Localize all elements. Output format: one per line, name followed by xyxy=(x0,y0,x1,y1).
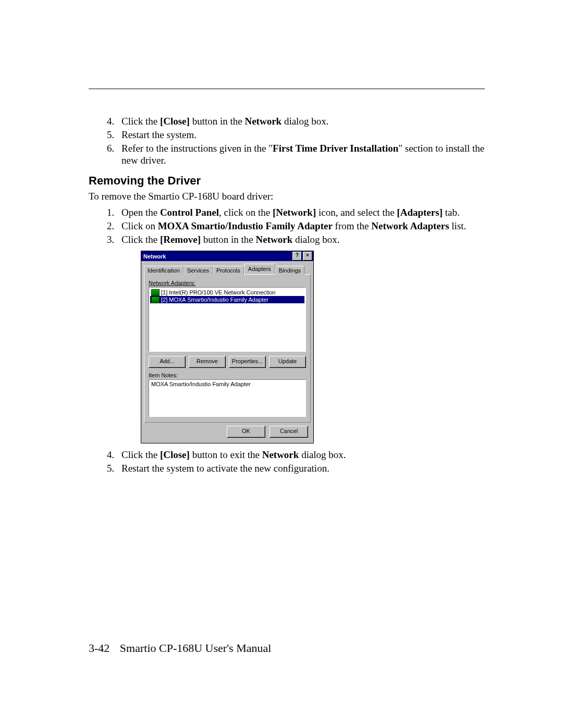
list-item: 6.Refer to the instructions given in the… xyxy=(107,142,485,167)
remove-button[interactable]: Remove xyxy=(189,356,226,368)
steps-top: 4.Click the [Close] button in the Networ… xyxy=(107,115,485,167)
steps-bottom: 4.Click the [Close] button to exit the N… xyxy=(107,449,485,475)
cancel-button[interactable]: Cancel xyxy=(270,426,308,438)
list-number: 6. xyxy=(107,142,121,167)
tab-bindings[interactable]: Bindings xyxy=(275,266,304,275)
page-number: 3-42 xyxy=(89,641,109,655)
list-number: 5. xyxy=(107,462,121,475)
tab-strip: Identification Services Protocols Adapte… xyxy=(144,264,311,274)
item-notes-box: MOXA Smartio/Industio Family Adapter xyxy=(149,379,306,417)
tab-identification[interactable]: Identification xyxy=(144,266,183,275)
dialog-bottom-buttons: OK Cancel xyxy=(141,426,313,443)
page-footer: 3-42 Smartio CP-168U User's Manual xyxy=(89,641,271,655)
dialog-title: Network xyxy=(143,253,292,260)
list-text: Refer to the instructions given in the "… xyxy=(121,142,485,167)
tab-services[interactable]: Services xyxy=(183,266,213,275)
list-item: 5.Restart the system. xyxy=(107,129,485,141)
steps-mid: 1.Open the Control Panel, click on the [… xyxy=(107,206,485,245)
list-number: 5. xyxy=(107,129,121,141)
list-number: 1. xyxy=(107,206,121,219)
list-text: Restart the system. xyxy=(121,129,485,141)
manual-title: Smartio CP-168U User's Manual xyxy=(120,641,272,655)
list-item: 4.Click the [Close] button in the Networ… xyxy=(107,115,485,128)
intro-text: To remove the Smartio CP-168U board driv… xyxy=(89,191,485,202)
help-icon[interactable]: ? xyxy=(292,252,302,261)
list-number: 3. xyxy=(107,233,121,246)
list-text: Click the [Remove] button in the Network… xyxy=(121,233,485,246)
adapter-text: [2] MOXA Smartio/Industio Family Adapter xyxy=(161,296,268,303)
adapter-item-selected[interactable]: [2] MOXA Smartio/Industio Family Adapter xyxy=(150,296,304,303)
close-icon[interactable]: × xyxy=(303,252,312,261)
manual-page: 4.Click the [Close] button in the Networ… xyxy=(0,0,563,728)
button-row: Add... Remove Properties... Update xyxy=(149,356,306,368)
update-button[interactable]: Update xyxy=(269,356,306,368)
tab-panel: Network Adapters: [1] Intel(R) PRO/100 V… xyxy=(144,274,311,423)
list-text: Click the [Close] button in the Network … xyxy=(121,115,485,128)
list-text: Restart the system to activate the new c… xyxy=(121,462,485,475)
ok-button[interactable]: OK xyxy=(227,426,265,438)
adapter-text: [1] Intel(R) PRO/100 VE Network Connecti… xyxy=(161,289,275,296)
tab-adapters[interactable]: Adapters xyxy=(244,264,275,274)
list-item: 4.Click the [Close] button to exit the N… xyxy=(107,449,485,461)
list-number: 2. xyxy=(107,220,121,232)
list-item: 5.Restart the system to activate the new… xyxy=(107,462,485,475)
adapter-item[interactable]: [1] Intel(R) PRO/100 VE Network Connecti… xyxy=(150,289,304,296)
list-item: 2.Click on MOXA Smartio/Industio Family … xyxy=(107,220,485,232)
adapters-label-text: Network Adapters: xyxy=(149,280,195,286)
list-text: Open the Control Panel, click on the [Ne… xyxy=(121,206,485,219)
list-item: 3.Click the [Remove] button in the Netwo… xyxy=(107,233,485,246)
item-notes-label: Item Notes: xyxy=(149,372,306,378)
titlebar: Network ? × xyxy=(141,251,313,261)
nic-icon xyxy=(151,297,160,303)
nic-icon xyxy=(151,289,160,296)
adapters-listbox[interactable]: [1] Intel(R) PRO/100 VE Network Connecti… xyxy=(149,287,306,352)
add-button[interactable]: Add... xyxy=(149,356,186,368)
list-number: 4. xyxy=(107,115,121,128)
section-heading: Removing the Driver xyxy=(89,174,485,188)
adapters-label: Network Adapters: xyxy=(149,280,306,286)
list-text: Click the [Close] button to exit the Net… xyxy=(121,449,485,461)
list-number: 4. xyxy=(107,449,121,461)
properties-button[interactable]: Properties... xyxy=(229,356,266,368)
header-rule xyxy=(89,89,485,89)
list-text: Click on MOXA Smartio/Industio Family Ad… xyxy=(121,220,485,232)
network-dialog: Network ? × Identification Services Prot… xyxy=(141,251,314,443)
list-item: 1.Open the Control Panel, click on the [… xyxy=(107,206,485,219)
tab-protocols[interactable]: Protocols xyxy=(213,266,244,275)
